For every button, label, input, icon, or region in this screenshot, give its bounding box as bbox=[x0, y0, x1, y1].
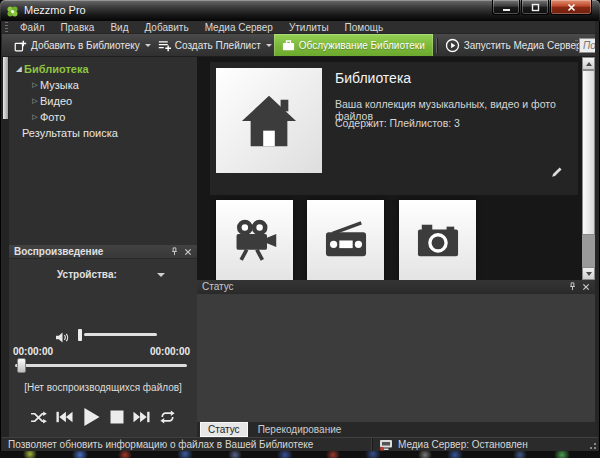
menu-help[interactable]: Помощь bbox=[337, 21, 392, 34]
seek-slider-thumb[interactable] bbox=[17, 358, 26, 373]
menu-bar: Файл Правка Вид Добавить Медиа Сервер Ут… bbox=[2, 21, 595, 34]
scroll-down-button[interactable] bbox=[582, 267, 595, 280]
video-tile[interactable] bbox=[216, 200, 293, 280]
close-panel-icon[interactable] bbox=[184, 248, 192, 256]
start-media-server-label: Запустить Медиа Сервер bbox=[464, 40, 582, 51]
app-window: Mezzmo Pro Файл Правка Вид Добавить Меди… bbox=[0, 0, 600, 458]
media-server-status: Медиа Сервер: Остановлен bbox=[398, 439, 528, 450]
minimize-icon bbox=[502, 3, 511, 12]
expander-expanded-icon[interactable]: ◢ bbox=[14, 65, 24, 73]
arrow-up-icon bbox=[586, 62, 592, 66]
toolbar-separator bbox=[436, 38, 437, 53]
menu-edit[interactable]: Правка bbox=[53, 21, 103, 34]
pin-icon[interactable] bbox=[170, 247, 179, 256]
close-icon bbox=[567, 3, 576, 12]
left-sidebar: ◢ Библиотека ▷ Музыка ▷ Видео ▷ Фото Рез… bbox=[2, 57, 197, 437]
movie-camera-icon bbox=[231, 218, 279, 263]
status-bar: Позволяет обновить информацию о файлах в… bbox=[2, 437, 598, 451]
title-bar[interactable]: Mezzmo Pro bbox=[0, 0, 600, 21]
library-maintenance-label: Обслуживание Библиотеки bbox=[299, 40, 425, 51]
add-library-icon bbox=[14, 39, 27, 52]
previous-button[interactable] bbox=[56, 411, 73, 423]
tree-item-video[interactable]: ▷ Видео bbox=[9, 93, 197, 109]
start-media-server-button[interactable]: Запустить Медиа Сервер bbox=[440, 34, 587, 57]
menu-file[interactable]: Файл bbox=[12, 21, 53, 34]
volume-slider-thumb[interactable] bbox=[78, 329, 82, 341]
menu-add[interactable]: Добавить bbox=[136, 21, 196, 34]
devices-dropdown-icon[interactable] bbox=[157, 273, 165, 277]
create-playlist-dropdown-icon[interactable] bbox=[266, 44, 272, 47]
status-panel-header: Статус bbox=[197, 280, 595, 294]
next-button[interactable] bbox=[133, 411, 150, 423]
pencil-icon bbox=[550, 165, 564, 179]
minimize-button[interactable] bbox=[492, 0, 520, 15]
edit-button[interactable] bbox=[550, 165, 564, 183]
main-scrollbar-thumb[interactable] bbox=[582, 70, 595, 235]
expander-collapsed-icon[interactable]: ▷ bbox=[30, 81, 40, 89]
library-maintenance-button[interactable]: Обслуживание Библиотеки bbox=[274, 34, 433, 57]
tab-transcoding[interactable]: Перекодирование bbox=[251, 423, 349, 436]
playback-panel-title: Воспроизведение bbox=[14, 246, 103, 257]
statusbar-hint: Позволяет обновить информацию о файлах в… bbox=[2, 439, 372, 450]
tree-item-library[interactable]: ◢ Библиотека bbox=[9, 61, 197, 77]
create-playlist-icon bbox=[158, 39, 171, 52]
tree-item-photo[interactable]: ▷ Фото bbox=[9, 109, 197, 125]
briefcase-icon bbox=[282, 39, 295, 51]
tree-item-music[interactable]: ▷ Музыка bbox=[9, 77, 197, 93]
photo-camera-icon bbox=[415, 219, 461, 261]
status-panel-body bbox=[197, 294, 595, 422]
add-to-library-button[interactable]: Добавить в Библиотеку bbox=[9, 34, 145, 57]
main-scrollbar[interactable] bbox=[582, 57, 595, 280]
time-elapsed: 00:00:00 bbox=[13, 346, 53, 357]
time-total: 00:00:00 bbox=[150, 346, 190, 357]
menu-view[interactable]: Вид bbox=[102, 21, 136, 34]
transport-controls bbox=[9, 402, 197, 432]
volume-slider-track[interactable] bbox=[84, 333, 157, 336]
menu-utilities[interactable]: Утилиты bbox=[281, 21, 337, 34]
tree-item-library-label: Библиотека bbox=[24, 63, 89, 75]
radio-icon bbox=[323, 219, 369, 261]
seek-slider-track[interactable] bbox=[15, 364, 187, 367]
library-card-contains: Содержит: Плейлистов: 3 bbox=[335, 117, 460, 129]
tree-item-search-results[interactable]: Результаты поиска bbox=[9, 125, 197, 141]
tree-item-search-results-label: Результаты поиска bbox=[22, 127, 118, 139]
create-playlist-label: Создать Плейлист bbox=[175, 40, 261, 51]
close-button[interactable] bbox=[550, 0, 592, 15]
maximize-button[interactable] bbox=[521, 0, 549, 15]
previous-icon bbox=[56, 411, 73, 423]
close-panel-icon[interactable] bbox=[582, 283, 590, 291]
tab-status[interactable]: Статус bbox=[201, 423, 247, 436]
create-playlist-button[interactable]: Создать Плейлист bbox=[153, 34, 266, 57]
scroll-up-button[interactable] bbox=[582, 57, 595, 70]
app-logo-icon bbox=[6, 4, 19, 17]
search-grip[interactable] bbox=[575, 40, 578, 50]
main-area: Библиотека Ваша коллекция музыкальных, в… bbox=[197, 57, 595, 437]
shuffle-icon bbox=[30, 411, 47, 424]
playback-panel-header: Воспроизведение bbox=[9, 245, 197, 259]
search-input[interactable] bbox=[579, 38, 595, 53]
tree-item-video-label: Видео bbox=[40, 95, 72, 107]
stop-button[interactable] bbox=[110, 410, 124, 424]
repeat-button[interactable] bbox=[159, 410, 176, 424]
menubar-grip[interactable] bbox=[5, 22, 8, 32]
menu-media-server[interactable]: Медиа Сервер bbox=[197, 21, 281, 34]
expander-collapsed-icon[interactable]: ▷ bbox=[30, 113, 40, 121]
sidebar-scrollbar-thumb[interactable] bbox=[3, 57, 8, 119]
pin-icon[interactable] bbox=[568, 282, 577, 291]
sidebar-scrollbar[interactable] bbox=[2, 57, 9, 437]
playback-panel: Воспроизведение Устройства: 00:00:00 bbox=[9, 245, 197, 437]
shuffle-button[interactable] bbox=[30, 411, 47, 424]
no-files-message: [Нет воспроизводящихся файлов] bbox=[9, 382, 197, 393]
expander-collapsed-icon[interactable]: ▷ bbox=[30, 97, 40, 105]
repeat-icon bbox=[159, 410, 176, 424]
add-to-library-dropdown-icon[interactable] bbox=[145, 44, 151, 47]
library-home-tile[interactable] bbox=[216, 68, 322, 173]
play-button[interactable] bbox=[82, 407, 101, 427]
resize-grip[interactable] bbox=[586, 439, 598, 451]
arrow-down-icon bbox=[586, 272, 592, 276]
photo-tile[interactable] bbox=[399, 200, 476, 280]
speaker-icon[interactable] bbox=[55, 330, 70, 348]
radio-tile[interactable] bbox=[307, 200, 384, 280]
window-title: Mezzmo Pro bbox=[24, 0, 86, 21]
toolbar: Добавить в Библиотеку Создать Плейлист О… bbox=[2, 34, 595, 57]
